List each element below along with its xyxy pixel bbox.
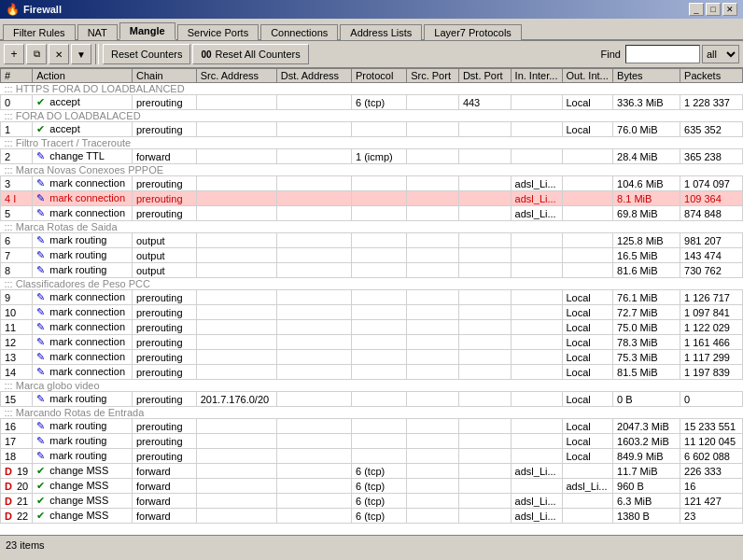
cell-chain: prerouting bbox=[132, 122, 196, 137]
tab-address-lists[interactable]: Address Lists bbox=[340, 24, 422, 40]
table-row[interactable]: 8✎ mark routingoutput81.6 MiB730 762 bbox=[1, 263, 743, 278]
table-row[interactable]: 16✎ mark routingpreroutingLocal2047.3 Mi… bbox=[1, 419, 743, 434]
table-row[interactable]: 18✎ mark routingpreroutingLocal849.9 MiB… bbox=[1, 449, 743, 464]
tab-nat[interactable]: NAT bbox=[77, 24, 118, 40]
cell-proto: 1 (icmp) bbox=[351, 149, 406, 164]
cell-out-inter: Local bbox=[562, 434, 613, 449]
table-row[interactable]: 5✎ mark connectionpreroutingadsl_Li...69… bbox=[1, 206, 743, 221]
cell-dst bbox=[276, 290, 351, 305]
col-header-out-inter[interactable]: Out. Int... bbox=[562, 69, 613, 83]
reset-counters-button[interactable]: Reset Counters bbox=[103, 44, 190, 64]
cell-num: D 22 bbox=[1, 509, 33, 524]
find-input[interactable] bbox=[625, 45, 700, 63]
cell-action: ✔ change MSS bbox=[33, 464, 133, 479]
filter-button[interactable]: ▼ bbox=[71, 44, 91, 64]
section-header-row: ::: Marca Rotas de Saida bbox=[1, 221, 743, 233]
cell-in-inter bbox=[511, 95, 562, 110]
cell-packets: 635 352 bbox=[680, 122, 743, 137]
maximize-button[interactable]: □ bbox=[706, 3, 721, 16]
table-row[interactable]: 4 I✎ mark connectionpreroutingadsl_Li...… bbox=[1, 191, 743, 206]
cell-num: 1 bbox=[1, 122, 33, 137]
table-row[interactable]: 0✔ acceptprerouting6 (tcp)443Local336.3 … bbox=[1, 95, 743, 110]
cell-action: ✎ mark connection bbox=[33, 350, 133, 365]
cell-dport bbox=[458, 263, 511, 278]
table-row[interactable]: 13✎ mark connectionpreroutingLocal75.3 M… bbox=[1, 350, 743, 365]
table-row[interactable]: 14✎ mark connectionpreroutingLocal81.5 M… bbox=[1, 365, 743, 380]
cell-out-inter: Local bbox=[562, 392, 613, 407]
cell-dport bbox=[458, 176, 511, 191]
cell-sport bbox=[407, 176, 459, 191]
minimize-button[interactable]: _ bbox=[689, 3, 704, 16]
table-row[interactable]: 11✎ mark connectionpreroutingLocal75.0 M… bbox=[1, 320, 743, 335]
cell-action: ✎ mark routing bbox=[33, 248, 133, 263]
table-row[interactable]: 15✎ mark routingprerouting201.7.176.0/20… bbox=[1, 392, 743, 407]
table-row[interactable]: D 19✔ change MSSforward6 (tcp)adsl_Li...… bbox=[1, 464, 743, 479]
cell-dport bbox=[458, 479, 511, 494]
table-row[interactable]: D 22✔ change MSSforward6 (tcp)adsl_Li...… bbox=[1, 509, 743, 524]
table-row[interactable]: 3✎ mark connectionpreroutingadsl_Li...10… bbox=[1, 176, 743, 191]
cell-proto: 6 (tcp) bbox=[351, 95, 406, 110]
cell-in-inter bbox=[511, 365, 562, 380]
close-button[interactable]: ✕ bbox=[722, 3, 737, 16]
cell-dport bbox=[458, 290, 511, 305]
tab-connections[interactable]: Connections bbox=[260, 24, 338, 40]
find-dropdown[interactable]: all bbox=[702, 45, 739, 63]
table-row[interactable]: 7✎ mark routingoutput16.5 MiB143 474 bbox=[1, 248, 743, 263]
col-header-dst-port[interactable]: Dst. Port bbox=[458, 69, 511, 83]
table-row[interactable]: 12✎ mark connectionpreroutingLocal78.3 M… bbox=[1, 335, 743, 350]
col-header-protocol[interactable]: Protocol bbox=[351, 69, 406, 83]
table-row[interactable]: 6✎ mark routingoutput125.8 MiB981 207 bbox=[1, 233, 743, 248]
cell-src bbox=[196, 305, 276, 320]
table-row[interactable]: 2✎ change TTLforward1 (icmp)28.4 MiB365 … bbox=[1, 149, 743, 164]
tab-mangle[interactable]: Mangle bbox=[119, 22, 175, 40]
table-row[interactable]: 17✎ mark routingpreroutingLocal1603.2 Mi… bbox=[1, 434, 743, 449]
table-row[interactable]: D 20✔ change MSSforward6 (tcp)adsl_Li...… bbox=[1, 479, 743, 494]
cell-sport bbox=[407, 233, 459, 248]
copy-button[interactable]: ⧉ bbox=[26, 44, 47, 64]
cell-action: ✎ mark routing bbox=[33, 392, 133, 407]
tab-layer7-protocols[interactable]: Layer7 Protocols bbox=[424, 24, 522, 40]
delete-button[interactable]: ✕ bbox=[49, 44, 69, 64]
cell-bytes: 28.4 MiB bbox=[613, 149, 680, 164]
cell-sport bbox=[407, 419, 459, 434]
reset-all-counters-button[interactable]: 00 Reset All Counters bbox=[192, 44, 308, 64]
cell-num: 18 bbox=[1, 449, 33, 464]
table-row[interactable]: 10✎ mark connectionpreroutingLocal72.7 M… bbox=[1, 305, 743, 320]
cell-in-inter bbox=[511, 290, 562, 305]
col-header-num[interactable]: # bbox=[1, 69, 33, 83]
cell-dport bbox=[458, 320, 511, 335]
cell-chain: prerouting bbox=[132, 365, 196, 380]
cell-proto bbox=[351, 248, 406, 263]
col-header-packets[interactable]: Packets bbox=[680, 69, 743, 83]
tab-service-ports[interactable]: Service Ports bbox=[177, 24, 259, 40]
cell-sport bbox=[407, 122, 459, 137]
cell-sport bbox=[407, 434, 459, 449]
section-header-row: ::: Classificadores de Peso PCC bbox=[1, 278, 743, 290]
tabs-bar: Filter Rules NAT Mangle Service Ports Co… bbox=[0, 19, 743, 41]
cell-dst bbox=[276, 206, 351, 221]
cell-dport bbox=[458, 449, 511, 464]
table-row[interactable]: 9✎ mark connectionpreroutingLocal76.1 Mi… bbox=[1, 290, 743, 305]
col-header-src-port[interactable]: Src. Port bbox=[407, 69, 459, 83]
cell-proto: 6 (tcp) bbox=[351, 479, 406, 494]
table-row[interactable]: D 21✔ change MSSforward6 (tcp)adsl_Li...… bbox=[1, 494, 743, 509]
col-header-chain[interactable]: Chain bbox=[132, 69, 196, 83]
col-header-src-addr[interactable]: Src. Address bbox=[196, 69, 276, 83]
cell-action: ✎ change TTL bbox=[33, 149, 133, 164]
section-header-row: ::: Marca globo video bbox=[1, 380, 743, 392]
cell-num: 3 bbox=[1, 176, 33, 191]
cell-src bbox=[196, 95, 276, 110]
col-header-action[interactable]: Action bbox=[33, 69, 133, 83]
tab-filter-rules[interactable]: Filter Rules bbox=[3, 24, 76, 40]
cell-packets: 365 238 bbox=[680, 149, 743, 164]
col-header-dst-addr[interactable]: Dst. Address bbox=[276, 69, 351, 83]
cell-in-inter bbox=[511, 479, 562, 494]
add-button[interactable]: + bbox=[4, 44, 24, 64]
cell-sport bbox=[407, 263, 459, 278]
table-row[interactable]: 1✔ acceptpreroutingLocal76.0 MiB635 352 bbox=[1, 122, 743, 137]
cell-sport bbox=[407, 191, 459, 206]
col-header-bytes[interactable]: Bytes bbox=[613, 69, 680, 83]
cell-sport bbox=[407, 95, 459, 110]
col-header-in-inter[interactable]: In. Inter... bbox=[511, 69, 562, 83]
cell-src bbox=[196, 365, 276, 380]
